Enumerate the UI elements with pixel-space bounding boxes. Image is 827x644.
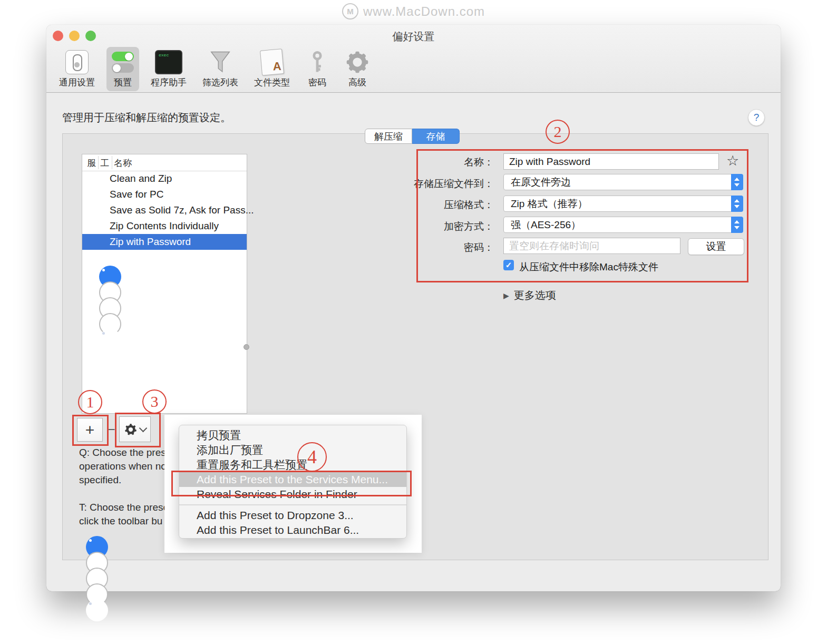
annotation-number-4: 4 [297,442,327,472]
preferences-window: 偏好设置 通用设置 预置 exec [46,25,781,591]
tab-extract[interactable]: 解压缩 [365,129,412,144]
toolbar-item-label: 通用设置 [59,76,95,89]
annotation-box-form [416,149,748,282]
presets-toggles-icon [111,49,135,75]
window-header: 偏好设置 通用设置 预置 exec [46,25,781,93]
toolbar-radio[interactable] [99,329,121,351]
menu-item-add-to-launchbar[interactable]: Add this Preset to LaunchBar 6... [179,523,406,538]
page-description: 管理用于压缩和解压缩的预置设定。 [62,111,231,125]
toolbar-item-label: 预置 [114,76,132,89]
key-icon [306,49,329,75]
annotation-number-3: 3 [142,389,167,414]
footer-help-text: Q: Choose the prese operations when no s… [79,446,165,528]
annotation-box-add-button [72,415,109,446]
toolbar-item-label: 密码 [308,76,326,89]
service-radio[interactable] [86,599,108,621]
window-title: 偏好设置 [46,30,781,44]
toolbar-item-label: 程序助手 [151,76,187,89]
toolbar-item-presets[interactable]: 预置 [106,47,139,91]
toolbar-item-label: 高级 [348,76,366,89]
preset-row[interactable]: Save for PC [82,187,247,202]
toolbar-item-filters[interactable]: 筛选列表 [198,47,242,91]
annotation-box-gear-button [115,413,161,447]
menu-item-copy-preset[interactable]: 拷贝预置 [179,428,406,443]
macdown-logo-icon: M [342,3,358,19]
toolbar-item-advanced[interactable]: 高级 [340,47,374,91]
disclosure-triangle-icon: ▶ [503,291,509,300]
mode-tabs: 解压缩 存储 [365,129,460,144]
menu-item-add-factory-presets[interactable]: 添加出厂预置 [179,443,406,457]
toolbar-item-label: 文件类型 [254,76,290,89]
preset-row[interactable]: Zip Contents Individually [82,218,247,234]
column-services[interactable]: 服 [85,157,98,169]
column-divider [112,156,112,169]
preset-name: Save as Solid 7z, Ask for Pass... [110,202,254,218]
watermark-text: www.MacDown.com [363,4,485,19]
annotation-number-1: 1 [78,390,102,414]
preset-name: Save for PC [110,187,163,202]
preset-name: Zip with Password [110,234,191,250]
preset-row[interactable]: Save as Solid 7z, Ask for Pass... [82,202,247,218]
preset-name: Zip Contents Individually [110,218,219,234]
toolbar-item-passwords[interactable]: 密码 [301,47,333,91]
document-type-icon: A [261,49,283,75]
help-button[interactable]: ? [748,109,765,126]
pane-resize-handle[interactable] [244,344,249,350]
tab-save[interactable]: 存储 [412,129,460,144]
preferences-toolbar: 通用设置 预置 exec 程序助手 [52,46,377,91]
more-options-disclosure[interactable]: ▶ 更多选项 [503,288,556,303]
gear-icon [345,49,370,75]
preset-row[interactable]: Clean and Zip [82,171,247,187]
toolbar-item-general[interactable]: 通用设置 [55,47,99,91]
column-name[interactable]: 名称 [114,157,132,169]
column-divider [98,156,99,169]
toolbar-item-filetypes[interactable]: A 文件类型 [250,47,294,91]
column-toolbar[interactable]: 工 [99,157,111,169]
toolbar-item-label: 筛选列表 [202,76,238,89]
preset-list: 服 工 名称 Clean and Zip Save for PC Save as… [82,154,247,414]
more-options-label: 更多选项 [514,288,556,303]
toolbar-item-helper[interactable]: exec 程序助手 [147,47,191,91]
funnel-icon [208,49,233,75]
terminal-exec-icon: exec [155,49,182,75]
annotation-number-2: 2 [546,120,570,144]
preset-list-header: 服 工 名称 [82,154,247,171]
watermark: M www.MacDown.com [0,3,827,19]
preset-name: Clean and Zip [110,171,172,187]
annotation-box-menu-item [171,471,412,496]
menu-separator [179,504,406,505]
menu-item-add-to-dropzone[interactable]: Add this Preset to Dropzone 3... [179,508,406,523]
menu-item-reset-service-toolbar-presets[interactable]: 重置服务和工具栏预置 [179,457,406,472]
preset-row-selected[interactable]: Zip with Password [82,234,247,250]
general-settings-icon [65,49,89,75]
